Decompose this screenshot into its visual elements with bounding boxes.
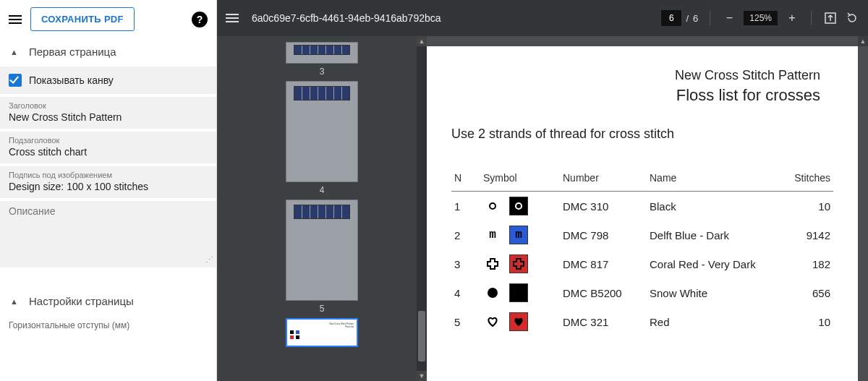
cell-n: 1: [451, 192, 480, 221]
cell-stitches: 656: [775, 278, 833, 307]
caption-field[interactable]: Подпись под изображением Design size: 10…: [0, 166, 216, 198]
svg-point-4: [490, 203, 495, 209]
page-instruction: Use 2 strands of thread for cross stitch: [451, 127, 833, 142]
hpadding-label: Горизонтальные отступы (мм): [0, 314, 216, 332]
cell-symbol: mm: [480, 221, 560, 249]
cell-number: DMC 321: [560, 307, 647, 336]
editor-sidebar: СОХРАНИТЬ PDF ? ▲ Первая страница Показы…: [0, 0, 217, 381]
cell-stitches: 9142: [775, 221, 833, 249]
cell-name: Snow White: [647, 278, 775, 307]
thumb-number: 3: [320, 67, 325, 77]
cell-name: Coral Red - Very Dark: [647, 249, 775, 278]
symbol-swatch: m: [509, 226, 528, 244]
save-pdf-button[interactable]: СОХРАНИТЬ PDF: [30, 7, 135, 31]
section-page-settings[interactable]: ▲ Настройки страницы: [0, 288, 216, 314]
zoom-in-button[interactable]: +: [785, 12, 799, 25]
show-canvas-label: Показывать канву: [29, 74, 114, 86]
pdf-viewer: 6a0c69e7-6cfb-4461-94eb-9416ab792bca / 6…: [217, 0, 868, 381]
scroll-handle[interactable]: [418, 311, 425, 361]
table-row: 4DMC B5200Snow White656: [451, 278, 833, 307]
page-canvas: ▲ New Cross Stitch Pattern Floss list fo…: [427, 36, 868, 381]
page-sep: /: [686, 13, 689, 24]
symbol-glyph-icon: [483, 312, 502, 331]
resize-handle-icon[interactable]: ⋰: [205, 255, 212, 265]
section-first-page[interactable]: ▲ Первая страница: [0, 38, 216, 65]
show-canvas-toggle[interactable]: Показывать канву: [0, 67, 216, 94]
thumbnail-page[interactable]: 3: [286, 42, 358, 77]
cell-n: 2: [451, 221, 480, 249]
cell-stitches: 10: [775, 307, 833, 336]
help-icon[interactable]: ?: [192, 12, 208, 27]
cell-stitches: 182: [775, 249, 833, 278]
chevron-up-icon: ▲: [10, 297, 19, 306]
viewer-toolbar: 6a0c69e7-6cfb-4461-94eb-9416ab792bca / 6…: [217, 0, 868, 36]
table-row: 2mmDMC 798Delft Blue - Dark9142: [451, 221, 833, 249]
field-placeholder: Описание: [9, 205, 208, 217]
table-row: 1DMC 310Black10: [451, 192, 833, 221]
cell-n: 5: [451, 307, 480, 336]
cell-stitches: 10: [775, 192, 833, 221]
symbol-swatch: [509, 283, 528, 302]
subtitle-field[interactable]: Подзаголовок Cross stitch chart: [0, 132, 216, 163]
svg-point-6: [488, 288, 498, 298]
cell-name: Red: [647, 307, 775, 336]
cell-symbol: [480, 249, 560, 278]
symbol-swatch: [509, 197, 528, 215]
zoom-out-button[interactable]: −: [722, 12, 736, 25]
thumbnail-page[interactable]: 4: [286, 81, 358, 195]
rotate-icon[interactable]: [845, 11, 859, 25]
col-symbol: Symbol: [480, 168, 560, 192]
cell-n: 3: [451, 249, 480, 278]
floss-table: N Symbol Number Name Stitches 1DMC 310Bl…: [451, 168, 833, 336]
symbol-glyph-icon: [483, 197, 502, 215]
field-value: Design size: 100 x 100 stitches: [9, 181, 208, 192]
symbol-glyph-icon: m: [483, 226, 502, 244]
menu-icon[interactable]: [9, 15, 22, 24]
thumb-number: 4: [320, 185, 325, 195]
page-current-input[interactable]: [661, 10, 681, 26]
page-indicator: / 6: [661, 10, 698, 26]
cell-number: DMC B5200: [560, 278, 647, 307]
svg-point-5: [516, 203, 522, 209]
symbol-swatch: [509, 312, 528, 331]
col-stitches: Stitches: [775, 168, 833, 192]
field-value: Cross stitch chart: [9, 146, 208, 158]
field-label: Заголовок: [9, 101, 208, 110]
thumbnail-page-current[interactable]: New Cross Stitch PatternFloss list: [286, 318, 358, 347]
cell-n: 4: [451, 278, 480, 307]
table-row: 3DMC 817Coral Red - Very Dark182: [451, 249, 833, 278]
section-label: Первая страница: [29, 46, 116, 58]
svg-point-7: [514, 288, 524, 298]
page-subtitle: Floss list for crosses: [451, 86, 820, 105]
section-label: Настройки страницы: [29, 295, 134, 307]
cell-number: DMC 310: [560, 192, 647, 221]
toolbar-divider: [811, 11, 812, 25]
scroll-up-icon[interactable]: ▲: [417, 36, 427, 46]
checkbox-checked-icon: [9, 74, 22, 87]
page-total: 6: [693, 13, 698, 24]
scroll-down-icon[interactable]: ▼: [417, 371, 427, 381]
description-field[interactable]: Описание ⋰: [0, 201, 216, 267]
scroll-up-icon[interactable]: ▲: [858, 36, 868, 46]
cell-name: Delft Blue - Dark: [647, 221, 775, 249]
field-value: New Cross Stitch Pattern: [9, 111, 208, 123]
zoom-value[interactable]: 125%: [744, 11, 778, 25]
thumbnail-page[interactable]: 5: [286, 200, 358, 314]
cell-symbol: [480, 307, 560, 336]
thumbnail-scrollbar[interactable]: ▲ ▼: [417, 36, 427, 381]
thumbnail-panel: 3 4 5 New Cross Stitch PatternFloss list: [217, 36, 427, 381]
pdf-page: New Cross Stitch Pattern Floss list for …: [427, 46, 858, 381]
title-field[interactable]: Заголовок New Cross Stitch Pattern: [0, 97, 216, 129]
symbol-swatch: [509, 254, 528, 273]
cell-symbol: [480, 278, 560, 307]
thumb-number: 5: [320, 304, 325, 314]
cell-name: Black: [647, 192, 775, 221]
col-number: Number: [560, 168, 647, 192]
chevron-up-icon: ▲: [10, 48, 19, 56]
col-n: N: [451, 168, 480, 192]
field-label: Подзаголовок: [9, 136, 208, 145]
cell-number: DMC 798: [560, 221, 647, 249]
fit-page-icon[interactable]: [823, 11, 838, 25]
cell-symbol: [480, 192, 560, 221]
viewer-menu-icon[interactable]: [226, 14, 239, 22]
